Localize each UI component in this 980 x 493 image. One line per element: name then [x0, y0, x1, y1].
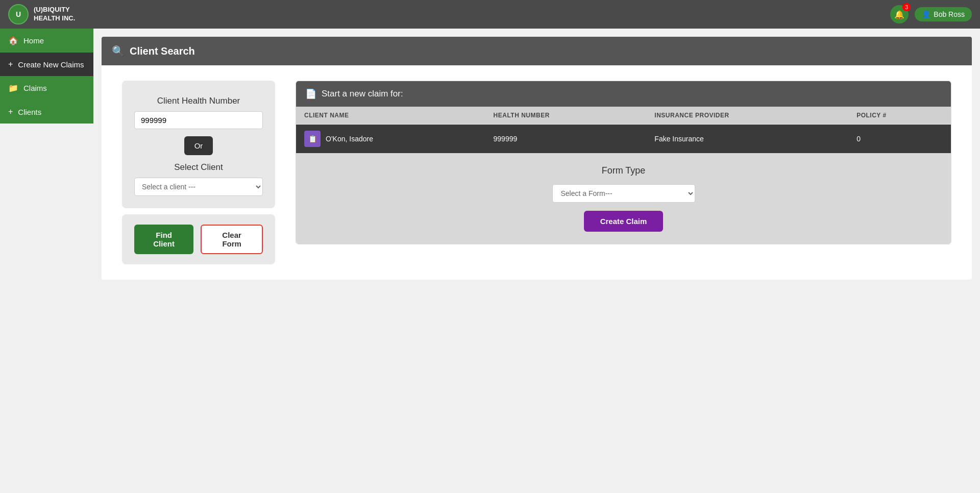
- sidebar-item-home-label: Home: [23, 36, 44, 45]
- sidebar-item-clients[interactable]: + Clients: [0, 100, 93, 124]
- form-type-title: Form Type: [308, 165, 939, 176]
- claim-panel: 📄 Start a new claim for: CLIENT NAME HEA…: [296, 81, 951, 244]
- select-client-label: Select Client: [134, 162, 263, 172]
- left-panel: Client Health Number Or Select Client Se…: [122, 81, 275, 264]
- folder-icon: 📁: [8, 83, 18, 93]
- page-title: Client Search: [130, 45, 195, 57]
- app-header: U (U)BIQUITY HEALTH INC. 🔔 3 👤 Bob Ross: [0, 0, 980, 29]
- clear-form-button[interactable]: Clear Form: [201, 225, 263, 254]
- cell-health-number: 999999: [485, 125, 647, 154]
- sidebar-item-claims[interactable]: 📁 Claims: [0, 76, 93, 100]
- form-type-select-dropdown[interactable]: Select a Form---: [552, 184, 695, 203]
- table-header-row: CLIENT NAME HEALTH NUMBER INSURANCE PROV…: [296, 107, 951, 125]
- action-box: Find Client Clear Form: [122, 214, 275, 264]
- notification-badge: 3: [902, 3, 911, 11]
- sidebar-item-clients-label: Clients: [18, 108, 41, 116]
- clients-plus-icon: +: [8, 107, 13, 116]
- claim-panel-title: Start a new claim for:: [322, 89, 403, 99]
- sidebar-item-create-new-claims[interactable]: + Create New Claims: [0, 53, 93, 76]
- cell-policy-num: 0: [848, 125, 951, 154]
- client-search-box: Client Health Number Or Select Client Se…: [122, 81, 275, 208]
- page-header: 🔍 Client Search: [102, 37, 972, 65]
- document-icon: 📄: [305, 88, 316, 100]
- table-row[interactable]: 📋 O'Kon, Isadore 999999 Fake Insurance 0: [296, 125, 951, 154]
- find-client-button[interactable]: Find Client: [134, 225, 193, 254]
- cell-client-name: 📋 O'Kon, Isadore: [296, 125, 485, 154]
- logo-text: (U)BIQUITY HEALTH INC.: [34, 6, 75, 23]
- sidebar: 🏠 Home + Create New Claims 📁 Claims + Cl…: [0, 29, 93, 493]
- user-icon: 👤: [922, 10, 930, 18]
- home-icon: 🏠: [8, 36, 18, 45]
- user-name-label: Bob Ross: [934, 10, 965, 18]
- create-claim-button[interactable]: Create Claim: [584, 211, 664, 232]
- col-client-name: CLIENT NAME: [296, 107, 485, 125]
- user-menu-button[interactable]: 👤 Bob Ross: [915, 7, 972, 21]
- main-content: 🔍 Client Search Client Health Number Or …: [93, 29, 980, 493]
- right-panel: 📄 Start a new claim for: CLIENT NAME HEA…: [296, 81, 951, 244]
- form-type-section: Form Type Select a Form--- Create Claim: [296, 153, 951, 244]
- claim-panel-header: 📄 Start a new claim for:: [296, 81, 951, 107]
- results-table: CLIENT NAME HEALTH NUMBER INSURANCE PROV…: [296, 107, 951, 153]
- sidebar-item-home[interactable]: 🏠 Home: [0, 29, 93, 53]
- health-number-input[interactable]: [134, 111, 263, 129]
- sidebar-item-claims-label: Claims: [23, 84, 47, 92]
- logo-icon: U: [8, 4, 29, 24]
- header-actions: 🔔 3 👤 Bob Ross: [890, 5, 972, 23]
- or-button[interactable]: Or: [184, 136, 213, 155]
- main-layout: 🏠 Home + Create New Claims 📁 Claims + Cl…: [0, 29, 980, 493]
- plus-icon: +: [8, 60, 13, 69]
- page-wrapper: 🔍 Client Search Client Health Number Or …: [102, 37, 972, 280]
- client-select-dropdown[interactable]: Select a client ---: [134, 178, 263, 196]
- cell-insurance-provider: Fake Insurance: [646, 125, 848, 154]
- client-name-text: O'Kon, Isadore: [326, 135, 373, 143]
- health-number-label: Client Health Number: [134, 96, 263, 106]
- search-icon: 🔍: [112, 45, 125, 57]
- col-policy-num: POLICY #: [848, 107, 951, 125]
- client-avatar-icon: 📋: [304, 131, 321, 147]
- page-body: Client Health Number Or Select Client Se…: [102, 65, 972, 280]
- notification-button[interactable]: 🔔 3: [890, 5, 909, 23]
- sidebar-item-create-label: Create New Claims: [18, 60, 84, 69]
- col-health-number: HEALTH NUMBER: [485, 107, 647, 125]
- col-insurance-provider: INSURANCE PROVIDER: [646, 107, 848, 125]
- logo: U (U)BIQUITY HEALTH INC.: [8, 4, 75, 24]
